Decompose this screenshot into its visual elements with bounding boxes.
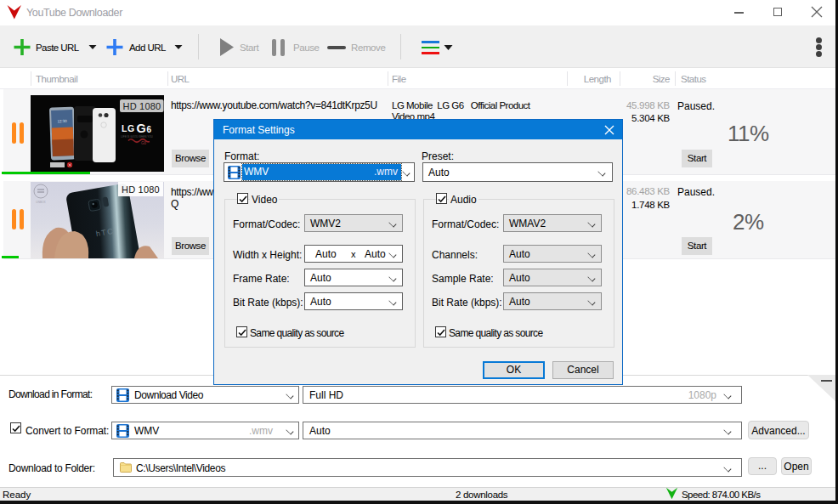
svg-text:G6: G6 [141, 141, 147, 145]
svg-text:G: G [137, 122, 146, 135]
svg-text:12:30: 12:30 [57, 119, 67, 123]
svg-text:UNBOX: UNBOX [36, 201, 46, 204]
svg-text:HD 1080: HD 1080 [122, 184, 160, 195]
svg-text:HD 1080: HD 1080 [123, 101, 161, 111]
svg-text:LIFE IS GOOD WHEN YOU: LIFE IS GOOD WHEN YOU [121, 135, 152, 139]
svg-text:LG: LG [122, 123, 135, 133]
svg-text:6: 6 [147, 125, 152, 134]
